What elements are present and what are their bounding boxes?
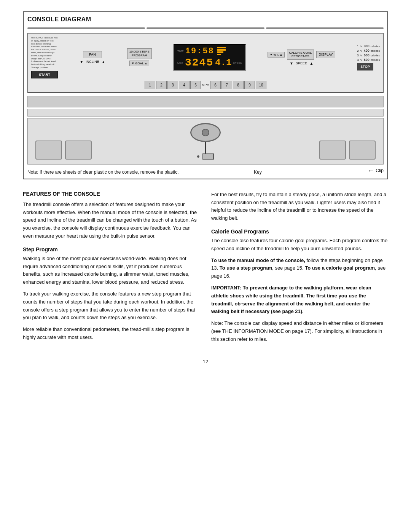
bottom-buttons-left xyxy=(35,141,92,160)
console-diagram-title: CONSOLE DIAGRAM xyxy=(27,16,384,23)
speed-display: 4.1 xyxy=(215,58,231,68)
time-display: 19:58 xyxy=(185,46,214,56)
num-btn-8[interactable]: 8 xyxy=(233,81,244,89)
num-btn-2[interactable]: 2 xyxy=(156,81,167,89)
bar-2 xyxy=(217,49,226,51)
console-mid-bar-2 xyxy=(27,109,384,117)
speed-label-btn: SPEED xyxy=(296,61,307,65)
steps-button[interactable]: 10,000 STEPS PROGRAM xyxy=(127,48,152,59)
num-btn-9[interactable]: 9 xyxy=(244,81,255,89)
key-label: Key xyxy=(254,169,262,175)
clip-arrow-icon: ← xyxy=(367,167,374,175)
manual-mode-label: To use the manual mode of the console, f… xyxy=(211,257,386,279)
display-button[interactable]: DISPLAY xyxy=(316,51,335,58)
progress-bars xyxy=(217,47,226,55)
stop-button[interactable]: STOP xyxy=(357,63,373,70)
console-mid-bar-1 xyxy=(27,96,384,107)
key-center-dot xyxy=(202,129,209,136)
manual-mode-text: To use the manual mode of the console, f… xyxy=(211,257,388,280)
wt-button[interactable]: ▼ WT. ▲ xyxy=(268,52,284,58)
speed-down-icon[interactable]: ▼ xyxy=(290,61,293,66)
bottom-center-area xyxy=(99,123,312,160)
console-panel: WARNING: To reduce risk of injury, stand… xyxy=(27,33,384,93)
number-buttons-row: 1 2 3 4 5 MPH 6 7 8 9 10 xyxy=(31,81,380,89)
calorie-goal-heading: Calorie Goal Programs xyxy=(211,228,388,235)
page-number: 12 xyxy=(23,359,388,364)
time-label: TIME xyxy=(177,50,184,53)
key-clip-rect xyxy=(202,153,214,160)
calorie-goal-para: The console also features four calorie g… xyxy=(211,237,388,253)
incline-up-icon[interactable]: ▲ xyxy=(102,60,105,64)
bar-1 xyxy=(217,47,226,48)
speed-up-icon[interactable]: ▲ xyxy=(310,61,314,66)
console-note-row: Note: If there are sheets of clear plast… xyxy=(27,167,384,175)
key-oval xyxy=(190,123,221,142)
start-button[interactable]: START xyxy=(31,71,58,78)
calorie-item-4: 4 ∿ 600 calories xyxy=(357,58,380,62)
important-text: IMPORTANT: To prevent damage to the walk… xyxy=(211,284,388,316)
bottom-right-btn-1[interactable] xyxy=(319,141,346,160)
right-note: Note: The console can display speed and … xyxy=(211,320,388,343)
console-diagram-section: CONSOLE DIAGRAM WARNING: To reduce risk … xyxy=(23,11,388,179)
clip-label-text: Clip xyxy=(376,168,384,173)
step-program-para2: To track your walking exercise, the cons… xyxy=(23,290,200,322)
key-clip-row xyxy=(197,153,214,160)
calorie-item-2: 2 ∿ 400 calories xyxy=(357,49,380,53)
console-bottom-section xyxy=(27,118,384,165)
num-btn-3[interactable]: 3 xyxy=(167,81,178,89)
features-intro: The treadmill console offers a selection… xyxy=(23,201,200,240)
num-btn-7[interactable]: 7 xyxy=(221,81,232,89)
right-column: For the best results, try to maintain a … xyxy=(211,191,388,347)
goal-button[interactable]: ▼ GOAL ▲ xyxy=(129,61,149,67)
console-note-text: Note: If there are sheets of clear plast… xyxy=(27,169,179,175)
fan-button[interactable]: FAN xyxy=(83,51,102,58)
features-heading: FEATURES OF THE CONSOLE xyxy=(23,191,200,197)
bar-3 xyxy=(217,51,223,53)
num-btn-10[interactable]: 10 xyxy=(256,81,266,89)
bottom-right-btn-2[interactable] xyxy=(349,141,376,160)
incline-down-icon[interactable]: ▼ xyxy=(80,60,83,64)
key-connector xyxy=(197,142,214,160)
bottom-buttons-right xyxy=(319,141,376,160)
bar-4 xyxy=(217,54,221,55)
right-para1: For the best results, try to maintain a … xyxy=(211,191,388,222)
bottom-left-btn-1[interactable] xyxy=(35,141,62,160)
key-clip-labels: Key xyxy=(254,169,262,175)
num-btn-6[interactable]: 6 xyxy=(210,81,221,89)
step-program-para3: More reliable than conventional pedomete… xyxy=(23,326,200,342)
step-program-heading: Step Program xyxy=(23,246,200,252)
num-btn-4[interactable]: 4 xyxy=(179,81,190,89)
calorie-goal-button[interactable]: CALORIE GOAL PROGRAMS xyxy=(287,50,314,60)
clip-label: ← Clip xyxy=(367,167,384,175)
main-display: TIME 19:58 DIST 3245 4.1 xyxy=(174,44,246,71)
incline-label: INCLINE xyxy=(86,60,99,64)
warning-text: WARNING: To reduce risk of injury, stand… xyxy=(31,37,58,69)
step-program-para1: Walking is one of the most popular exerc… xyxy=(23,255,200,286)
key-connector-line xyxy=(205,142,206,153)
left-column: FEATURES OF THE CONSOLE The treadmill co… xyxy=(23,191,200,347)
calorie-programs-list: 1 ∿ 300 calories 2 ∿ 400 calories 3 ∿ xyxy=(357,44,380,62)
calorie-item-3: 3 ∿ 500 calories xyxy=(357,53,380,57)
clip-dot xyxy=(197,155,199,158)
mph-label: MPH xyxy=(202,83,209,87)
num-btn-1[interactable]: 1 xyxy=(145,81,155,89)
speed-label: SPEED xyxy=(233,61,242,64)
content-area: FEATURES OF THE CONSOLE The treadmill co… xyxy=(23,191,388,347)
calorie-item-1: 1 ∿ 300 calories xyxy=(357,44,380,48)
dist-label: DIST xyxy=(177,61,183,64)
num-btn-5[interactable]: 5 xyxy=(190,81,201,89)
dist-display: 3245 xyxy=(185,57,213,69)
bottom-left-btn-2[interactable] xyxy=(65,141,92,160)
